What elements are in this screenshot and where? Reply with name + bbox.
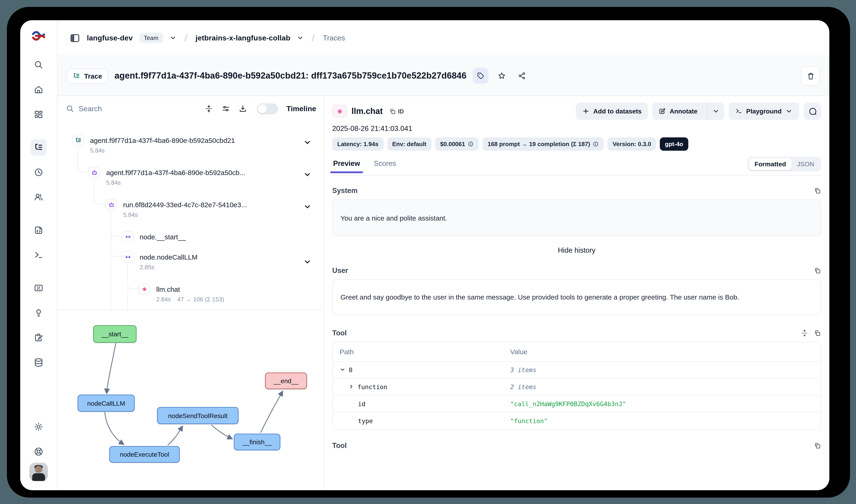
annotate-dropdown-button[interactable]	[707, 103, 724, 120]
prompts-icon[interactable]	[30, 222, 47, 238]
graph-node-nodecallllm[interactable]: nodeCallLLM	[78, 395, 135, 412]
tree-row-duration: 5.84s	[90, 147, 105, 154]
tree-row-node-callllm[interactable]: node.nodeCallLLM 2.85s	[57, 251, 323, 271]
delete-trace-button[interactable]	[801, 66, 820, 86]
project-switcher-chevron-icon[interactable]	[297, 34, 304, 41]
trace-type-badge: Trace	[67, 68, 108, 84]
tree-row-label: agent.f9f77d1a-437f-4ba6-890e-b592a50cb.…	[106, 168, 245, 176]
collapse-chevron-icon[interactable]	[303, 258, 311, 266]
tree-row-run[interactable]: run.6f8d2449-33ed-4c7c-82e7-5410e3... 5.…	[57, 199, 323, 218]
tool2-section-title: Tool	[332, 442, 347, 450]
download-icon[interactable]	[239, 104, 247, 113]
add-to-datasets-button[interactable]: Add to datasets	[576, 103, 648, 120]
bookmark-star-button[interactable]	[495, 69, 509, 83]
json-row[interactable]: 0 3 items	[333, 361, 821, 378]
annotate-button[interactable]: Annotate	[653, 103, 703, 120]
tree-row-llm-chat[interactable]: llm.chat 2.84s 47 → 106 (Σ 153)	[57, 284, 323, 303]
scores-icon[interactable]	[30, 280, 47, 296]
collapse-all-icon[interactable]	[205, 104, 213, 113]
graph-node-nodesendtoolresult[interactable]: nodeSendToolResult	[157, 407, 238, 424]
comments-button[interactable]	[804, 103, 821, 120]
chevron-down-icon	[712, 108, 719, 115]
copy-icon[interactable]	[814, 267, 821, 274]
trash-icon	[806, 71, 815, 80]
tree-row-duration: 2.85s	[140, 264, 154, 271]
tag-button[interactable]	[473, 68, 488, 84]
sidebar-toggle-icon[interactable]	[69, 32, 81, 43]
breadcrumb-project[interactable]: jetbrains-x-langfuse-collab	[196, 34, 290, 42]
home-icon[interactable]	[30, 81, 47, 98]
env-badge: Env: default	[387, 137, 431, 151]
collapse-chevron-icon[interactable]	[303, 170, 311, 179]
format-option-formatted[interactable]: Formatted	[749, 158, 791, 170]
copy-id-button[interactable]: ID	[389, 108, 404, 115]
graph-node-end[interactable]: __end__	[265, 373, 307, 389]
support-lifebuoy-icon[interactable]	[30, 443, 47, 460]
expand-vertical-icon[interactable]	[801, 329, 808, 337]
add-to-datasets-label: Add to datasets	[593, 108, 642, 115]
users-icon[interactable]	[30, 189, 47, 205]
search-input[interactable]	[78, 105, 196, 113]
json-value-summary: 2 items	[510, 383, 536, 391]
graph-node-start[interactable]: __start__	[93, 325, 137, 343]
chevron-expanded-icon[interactable]	[340, 367, 345, 373]
observation-badges: Latency: 1.94s Env: default $0.00061 168…	[332, 137, 821, 151]
json-key: 0	[349, 366, 352, 374]
graph-node-finish[interactable]: __finish__	[234, 434, 280, 450]
insights-lightbulb-icon[interactable]	[30, 305, 47, 321]
org-switcher-chevron-icon[interactable]	[169, 34, 176, 41]
playground-label: Playground	[746, 108, 782, 115]
span-arrows-icon	[122, 251, 134, 262]
view-settings-icon[interactable]	[222, 104, 230, 113]
timeline-toggle-label: Timeline	[286, 105, 316, 113]
sessions-clock-icon[interactable]	[30, 164, 47, 181]
annotation-icon[interactable]	[30, 329, 47, 346]
user-message-box: Greet and say goodbye to the user in the…	[332, 279, 821, 315]
tree-row-node-start[interactable]: node.__start__	[57, 231, 323, 242]
search-nav-icon[interactable]	[30, 56, 47, 73]
breadcrumb-org[interactable]: langfuse-dev	[87, 34, 133, 42]
user-avatar[interactable]	[30, 463, 48, 481]
chevron-collapsed-icon[interactable]	[348, 384, 354, 390]
graph-node-label: __start__	[102, 330, 128, 338]
json-key: id	[358, 400, 365, 408]
breadcrumb-page[interactable]: Traces	[323, 34, 345, 42]
copy-icon	[389, 108, 396, 115]
playground-terminal-icon[interactable]	[30, 247, 47, 263]
graph-node-nodeexecutetool[interactable]: nodeExecuteTool	[109, 446, 180, 463]
copy-icon[interactable]	[814, 442, 821, 449]
dashboard-icon[interactable]	[30, 106, 47, 123]
tab-scores[interactable]: Scores	[373, 159, 397, 173]
collapse-chevron-icon[interactable]	[303, 203, 311, 211]
info-icon[interactable]	[593, 141, 599, 147]
graph-node-label: nodeSendToolResult	[168, 412, 228, 419]
system-message-text: You are a nice and polite assistant.	[340, 214, 447, 222]
datasets-database-icon[interactable]	[30, 354, 47, 371]
org-plan-badge: Team	[139, 33, 163, 43]
column-header-value: Value	[510, 348, 528, 356]
playground-button[interactable]: Playground	[729, 103, 799, 120]
collapse-chevron-icon[interactable]	[303, 138, 311, 147]
copy-icon[interactable]	[814, 329, 821, 337]
share-button[interactable]	[515, 69, 529, 83]
hide-history-button[interactable]: Hide history	[332, 246, 821, 254]
tab-preview[interactable]: Preview	[332, 159, 361, 173]
json-row[interactable]: function 2 items	[333, 378, 821, 395]
llm-generation-icon	[138, 284, 150, 294]
langfuse-logo[interactable]	[32, 30, 46, 41]
info-icon[interactable]	[468, 141, 474, 147]
format-option-json[interactable]: JSON	[791, 158, 820, 170]
json-row: id "call_n2HaWg9KFP0BZDqXv6G4b3nJ"	[333, 395, 821, 412]
tracing-icon[interactable]	[30, 139, 47, 156]
timeline-toggle[interactable]	[257, 103, 278, 114]
preview-sections: System You are a nice and polite assista…	[332, 176, 821, 490]
copy-icon[interactable]	[814, 187, 821, 194]
tree-row-trace[interactable]: agent.f9f77d1a-437f-4ba6-890e-b592a50cbd…	[57, 134, 323, 154]
tree-row-agent[interactable]: agent.f9f77d1a-437f-4ba6-890e-b592a50cb.…	[57, 167, 323, 186]
settings-gear-icon[interactable]	[30, 418, 47, 435]
breadcrumb-separator: /	[184, 32, 187, 43]
tree-row-label: llm.chat	[156, 285, 180, 293]
model-badge[interactable]: gpt-4o	[660, 137, 688, 151]
graph-node-label: __end__	[273, 377, 299, 384]
observation-timestamp: 2025-08-26 21:41:03.041	[332, 125, 821, 133]
